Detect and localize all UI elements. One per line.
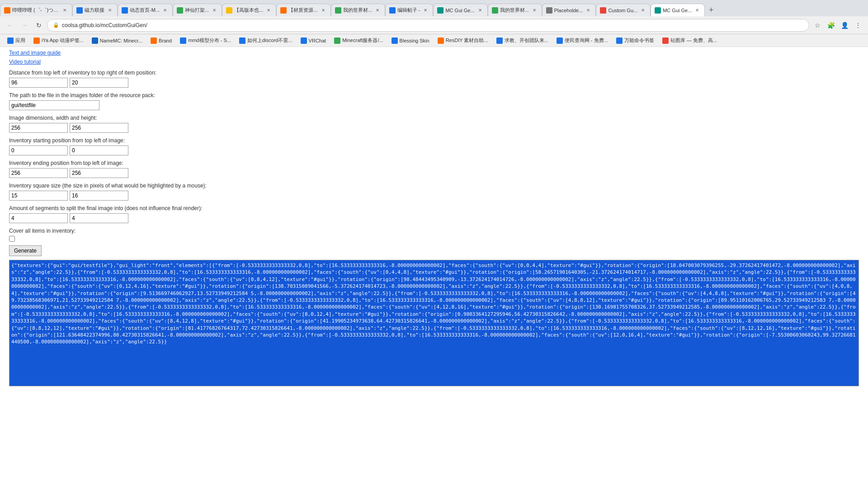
field-distance: Distance from top left of inventory to t… [9, 70, 859, 88]
tab-11-close[interactable]: ✕ [585, 7, 592, 14]
bookmark-wanneng[interactable]: 万能命令书签 [613, 36, 658, 46]
tab-12[interactable]: Custom Gu... ✕ [596, 4, 651, 16]
tab-7-favicon [335, 7, 341, 14]
bookmark-brand[interactable]: Brand [147, 36, 175, 46]
field-inv-start-input-1[interactable] [70, 145, 128, 155]
field-inv-square-label: Inventory square size (the size in pixel… [9, 183, 859, 189]
tab-4-title: 神仙打架... [185, 7, 209, 14]
field-inv-square-input-0[interactable] [9, 191, 68, 201]
menu-button[interactable]: ⋮ [852, 19, 864, 32]
tab-7-close[interactable]: ✕ [374, 7, 381, 14]
tab-4-close[interactable]: ✕ [211, 7, 218, 14]
extensions-button[interactable]: 🧩 [825, 19, 837, 32]
address-bar[interactable]: 🔒 coolsa.github.io/mcCustomGuiGen/ [47, 19, 809, 32]
cover-all-label: Cover all items in inventory: [9, 228, 859, 234]
bookmark-apps-favicon [7, 37, 14, 44]
tab-1-title: 哔哩哔哩 (゜-゜)つロ 干杯~-bilibili [12, 7, 59, 14]
bookmark-namemc[interactable]: NameMC: Minecr... [88, 36, 146, 46]
field-image-dims-label: Image dimensions, width and height: [9, 115, 859, 121]
field-distance-input-1[interactable] [70, 78, 128, 88]
field-segments: Amount of segments to split the final im… [9, 205, 859, 223]
text-image-guide-link[interactable]: Text and image guide [9, 50, 859, 56]
bookmark-star-button[interactable]: ☆ [811, 19, 824, 32]
bookmark-iya-favicon [33, 37, 40, 44]
tab-9-close[interactable]: ✕ [476, 7, 484, 14]
tab-8[interactable]: 编辑帖子 - ✕ [385, 4, 434, 16]
tab-1-close[interactable]: ✕ [61, 7, 68, 14]
cover-all-checkbox[interactable] [9, 236, 15, 242]
field-path-input-0[interactable] [9, 100, 99, 110]
video-tutorial-link[interactable]: Video tutorial [9, 59, 859, 65]
tab-2-title: 磁力联接 [85, 7, 104, 14]
tab-12-close[interactable]: ✕ [639, 7, 646, 14]
bookmark-zhantuku[interactable]: 站图库 — 免费、高... [659, 36, 721, 46]
bookmark-mmd-label: mmd模型分布 - S... [188, 37, 231, 44]
tab-10[interactable]: 我的世界材... ✕ [488, 4, 542, 16]
tab-13[interactable]: MC Gui Ge... ✕ [651, 4, 705, 16]
tab-8-close[interactable]: ✕ [422, 7, 429, 14]
field-path-label: The path to the file in the images folde… [9, 92, 859, 98]
tab-1[interactable]: 哔哩哔哩 (゜-゜)つロ 干杯~-bilibili ✕ [0, 4, 72, 16]
bookmark-wanneng-favicon [616, 37, 623, 44]
bookmark-discord[interactable]: 如何上discord不需... [236, 36, 296, 46]
bookmark-brand-favicon [151, 37, 157, 44]
field-segments-input-1[interactable] [70, 213, 128, 223]
tab-13-close[interactable]: ✕ [693, 7, 701, 14]
tab-7-title: 我的世界材... [343, 7, 372, 14]
generate-button[interactable]: Generate [9, 245, 42, 256]
field-distance-input-0[interactable] [9, 78, 68, 88]
bookmark-blessing[interactable]: Blessing Skin [388, 36, 433, 46]
field-segments-label: Amount of segments to split the final im… [9, 205, 859, 211]
bookmark-resdiy[interactable]: ResDIY 素材自助... [434, 36, 492, 46]
bookmark-mmd[interactable]: mmd模型分布 - S... [176, 36, 235, 46]
field-inv-start-label: Inventory starting position from top lef… [9, 137, 859, 144]
bookmark-resdiy-favicon [438, 37, 444, 44]
tab-2-close[interactable]: ✕ [106, 7, 113, 14]
field-image-dims: Image dimensions, width and height: [9, 115, 859, 133]
tab-6-close[interactable]: ✕ [320, 7, 327, 14]
bookmark-iya[interactable]: iYa App 动漫IP签... [30, 36, 87, 46]
tab-7[interactable]: 我的世界材... ✕ [331, 4, 385, 16]
bookmark-vrchat[interactable]: VRChat [297, 36, 330, 46]
forward-button[interactable]: → [18, 19, 31, 32]
new-tab-button[interactable]: + [705, 4, 717, 16]
reload-button[interactable]: ↻ [33, 19, 45, 32]
field-image-dims-input-1[interactable] [70, 123, 128, 133]
bookmark-discord-label: 如何上discord不需... [247, 37, 292, 44]
field-inv-end-label: Inventory ending position from top left … [9, 160, 859, 166]
tab-9[interactable]: MC Gui Ge... ✕ [433, 4, 487, 16]
field-inv-square-inputs [9, 191, 859, 201]
bookmark-blessing-favicon [392, 37, 398, 44]
tab-3-close[interactable]: ✕ [161, 7, 169, 14]
page-content: Text and image guide Video tutorial Dist… [0, 47, 868, 478]
bookmark-apps[interactable]: 应用 [4, 36, 29, 46]
tab-2[interactable]: 磁力联接 ✕ [72, 4, 118, 16]
bookmarks-bar: 应用 iYa App 动漫IP签... NameMC: Minecr... Br… [0, 34, 868, 47]
bookmark-bianmin[interactable]: 便民查询网 - 免费... [553, 36, 612, 46]
tab-5-close[interactable]: ✕ [265, 7, 272, 14]
tab-3[interactable]: 动态首页-M... ✕ [118, 4, 173, 16]
bookmark-zhantuku-favicon [662, 37, 669, 44]
tab-5[interactable]: 【高版本也... ✕ [222, 4, 276, 16]
field-inv-square-input-1[interactable] [70, 191, 128, 201]
field-inv-start-input-0[interactable] [9, 145, 68, 155]
tab-6[interactable]: 【材质资源... ✕ [276, 4, 330, 16]
tab-10-favicon [492, 7, 498, 14]
bookmark-qiujiao[interactable]: 求教、开创团队来... [493, 36, 552, 46]
field-distance-inputs [9, 78, 859, 88]
profile-button[interactable]: 👤 [838, 19, 851, 32]
output-textarea[interactable]: {"textures":{"gui":"gui/testfile"},"gui_… [9, 260, 859, 386]
address-text: coolsa.github.io/mcCustomGuiGen/ [62, 22, 803, 28]
field-inv-end-input-1[interactable] [70, 168, 128, 178]
bookmark-apps-label: 应用 [15, 37, 25, 44]
bookmark-minecraft[interactable]: Minecraft服务器/... [330, 36, 387, 46]
tab-10-close[interactable]: ✕ [531, 7, 538, 14]
back-button[interactable]: ← [4, 19, 16, 32]
field-inv-end-input-0[interactable] [9, 168, 68, 178]
tab-11[interactable]: Placeholde... ✕ [542, 4, 596, 16]
bookmark-qiujiao-favicon [496, 37, 503, 44]
tab-4[interactable]: 神仙打架... ✕ [173, 4, 222, 16]
field-segments-input-0[interactable] [9, 213, 68, 223]
field-image-dims-input-0[interactable] [9, 123, 68, 133]
bookmark-wanneng-label: 万能命令书签 [624, 37, 654, 44]
